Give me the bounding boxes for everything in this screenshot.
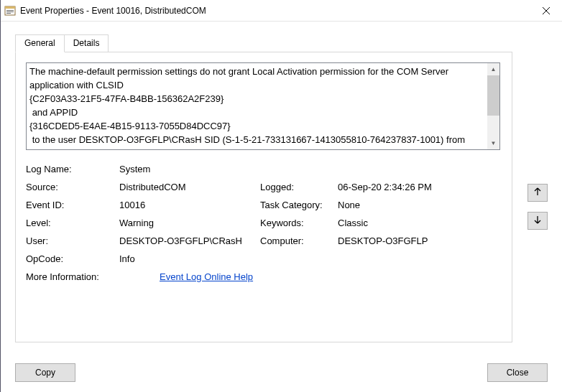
close-button[interactable]: Close [487,363,548,382]
svg-rect-2 [6,10,14,11]
value-task-category: None [338,196,360,214]
svg-rect-1 [5,6,15,9]
event-fields: Log Name: System Source: DistributedCOM … [26,160,502,286]
dialog-buttons: Copy Close [15,363,548,382]
tab-details[interactable]: Details [65,34,109,52]
value-source: DistributedCOM [119,178,185,196]
window-close-button[interactable] [530,0,562,22]
content-area: General Details The machine-default perm… [1,22,562,353]
label-opcode: OpCode: [26,250,119,268]
copy-button[interactable]: Copy [15,363,75,382]
label-task-category: Task Category: [260,196,338,214]
value-logged: 06-Sep-20 2:34:26 PM [338,178,432,196]
event-description-box: The machine-default permission settings … [26,62,500,150]
label-logged: Logged: [260,178,338,196]
next-event-button[interactable] [528,212,548,230]
value-level: Warning [119,214,154,232]
label-more-information: More Information: [26,268,160,286]
label-computer: Computer: [260,232,338,250]
label-event-id: Event ID: [26,196,119,214]
scroll-up-icon[interactable]: ▲ [487,63,499,75]
value-opcode: Info [119,250,135,268]
previous-event-button[interactable] [528,184,548,202]
scroll-track[interactable] [487,75,499,137]
value-event-id: 10016 [119,196,145,214]
scroll-thumb[interactable] [487,75,499,116]
window-title: Event Properties - Event 10016, Distribu… [20,6,530,16]
event-description-text[interactable]: The machine-default permission settings … [27,63,487,149]
scroll-down-icon[interactable]: ▼ [487,137,499,149]
svg-rect-3 [6,11,14,12]
tab-general[interactable]: General [15,34,65,52]
label-source: Source: [26,178,119,196]
arrow-up-icon [533,187,542,198]
svg-rect-4 [6,13,11,14]
label-user: User: [26,232,119,250]
value-computer: DESKTOP-O3FGFLP [338,232,428,250]
tabs: General Details [15,34,512,52]
arrow-down-icon [533,215,542,226]
value-log-name: System [119,160,150,178]
value-keywords: Classic [338,214,368,232]
app-icon [4,5,16,17]
value-user: DESKTOP-O3FGFLP\CRasH [119,232,242,250]
event-log-online-help-link[interactable]: Event Log Online Help [160,268,253,286]
event-nav-buttons [528,184,548,230]
label-level: Level: [26,214,119,232]
label-log-name: Log Name: [26,160,119,178]
label-keywords: Keywords: [260,214,338,232]
scrollbar[interactable]: ▲ ▼ [487,63,499,149]
tab-panel-general: The machine-default permission settings … [15,52,512,342]
titlebar: Event Properties - Event 10016, Distribu… [1,0,562,22]
